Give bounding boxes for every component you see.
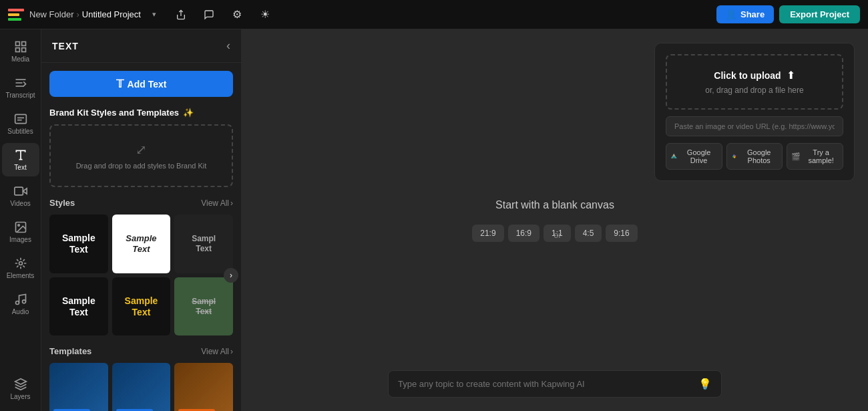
ai-prompt-input[interactable] [398,379,698,389]
view-all-styles[interactable]: View All › [201,198,233,208]
style-card-5[interactable]: ⋮ SampleText [112,277,171,336]
sidebar-item-subtitles[interactable]: Subtitles [2,107,39,140]
ratio-21-9[interactable]: 21:9 [472,225,503,242]
topbar-right: 👤 Share Export Project [716,5,860,23]
share-icon: 👤 [726,9,736,19]
layers-label: Layers [10,393,30,400]
style-card-6[interactable]: ⋮ SamplText [174,277,233,336]
media-icon [14,40,27,53]
panel-header: TEXT ‹ [41,29,241,63]
share-button[interactable]: 👤 Share [716,5,774,23]
brand-kit-drop-text: Drag and drop to add styles to Brand Kit [76,162,207,170]
logo [8,9,24,21]
share-upload-icon[interactable] [170,4,192,25]
template-card-1[interactable]: SUBSCRIBE ⋮ [49,363,108,411]
sidebar-item-media[interactable]: Media [2,35,39,68]
templates-section-header: Templates View All › [49,346,233,356]
upload-panel: Click to upload ⬆ or, drag and drop a fi… [654,43,855,181]
ai-lightbulb-icon[interactable]: 💡 [698,378,712,390]
ratio-16-9[interactable]: 16:9 [508,225,539,242]
style-card-3[interactable]: ⋮ SamplText [174,215,233,273]
images-icon [14,221,27,234]
text-panel: TEXT ‹ 𝕋 Add Text Brand Kit Styles and T… [41,29,242,411]
export-button[interactable]: Export Project [779,5,860,23]
upload-sub-text: or, drag and drop a file here [705,86,803,95]
svg-point-17 [15,301,19,305]
styles-title: Styles [49,198,75,208]
templates-title: Templates [49,346,91,356]
comments-icon[interactable] [198,4,220,25]
videos-label: Videos [10,200,30,207]
try-sample-button[interactable]: 🎬 Try a sample! [787,143,843,170]
style-card-4[interactable]: ⋮ SampleText [49,277,108,336]
svg-marker-12 [23,188,27,194]
topbar-left: New Folder › Untitled Project ▾ ⚙ ☀ [8,4,276,25]
project-dropdown-button[interactable]: ▾ [144,4,165,25]
google-photos-label: Google Photos [740,148,778,164]
subtitles-label: Subtitles [7,128,33,135]
add-text-label: Add Text [128,79,167,90]
panel-scroll: 𝕋 Add Text Brand Kit Styles and Template… [41,63,241,411]
panel-title: TEXT [52,41,79,51]
sidebar-item-elements[interactable]: Elements [2,251,39,285]
sidebar-icons: Media Transcript Subtitles Text Videos I… [0,29,41,411]
style-card-2[interactable]: ⋮ SampleText [112,215,171,273]
logo-icon [8,9,24,21]
blank-canvas-text: Start with a blank canvas [495,199,614,211]
main-content: Media Transcript Subtitles Text Videos I… [0,29,868,411]
style-card-1[interactable]: ⋮ SampleText [49,215,108,273]
view-all-templates[interactable]: View All › [201,347,233,356]
brand-kit-title: Brand Kit Styles and Templates [49,108,179,118]
transcript-icon [14,76,27,90]
project-name[interactable]: Untitled Project [82,9,141,19]
breadcrumb-folder[interactable]: New Folder [29,9,73,19]
try-sample-label: Try a sample! [803,148,839,164]
add-text-button[interactable]: 𝕋 Add Text [49,71,233,97]
breadcrumb-sep: › [76,9,79,19]
theme-icon[interactable]: ☀ [254,4,276,25]
svg-point-15 [17,225,19,227]
text-icon [14,148,27,162]
sidebar-item-layers[interactable]: Layers [2,372,39,406]
ratio-4-5[interactable]: 4:5 [575,225,602,242]
svg-rect-0 [15,42,19,46]
template-card-3[interactable]: SUBSCRIBE ⋮ [174,363,233,411]
svg-point-16 [19,262,22,265]
text-label: Text [14,164,26,171]
topbar-action-icons: ⚙ ☀ [170,4,276,25]
svg-rect-2 [15,48,19,52]
templates-grid: SUBSCRIBE ⋮ SUBSCRIBE ⋮ SUBSCRIBE ⋮ [49,363,233,411]
or-text: or [554,230,562,240]
google-drive-label: Google Drive [680,148,718,164]
google-photos-icon [731,152,737,160]
audio-label: Audio [12,308,29,315]
upload-icon: ⬆ [787,69,795,82]
svg-rect-13 [14,187,22,195]
ratio-9-16[interactable]: 9:16 [606,225,637,242]
ai-prompt-bar: 💡 [388,370,722,398]
sidebar-item-text[interactable]: Text [2,143,39,176]
url-input[interactable] [666,116,843,136]
subtitles-icon [14,112,27,126]
settings-icon[interactable]: ⚙ [226,4,248,25]
layers-icon [14,378,27,391]
add-text-icon: 𝕋 [116,78,124,90]
sidebar-item-audio[interactable]: Audio [2,287,39,321]
styles-next-arrow[interactable]: › [224,268,238,283]
brand-kit-drop-zone[interactable]: ⤢ Drag and drop to add styles to Brand K… [49,124,233,187]
sidebar-item-videos[interactable]: Videos [2,179,39,213]
google-photos-button[interactable]: Google Photos [726,143,783,170]
sidebar-item-images[interactable]: Images [2,215,39,249]
styles-grid: ⋮ SampleText ⋮ SampleText ⋮ SamplText ⋮ … [49,215,233,335]
google-drive-button[interactable]: Google Drive [666,143,722,170]
upload-main-text: Click to upload [714,70,781,81]
drag-drop-icon: ⤢ [136,142,147,158]
close-panel-button[interactable]: ‹ [226,39,230,53]
template-card-2[interactable]: SUBSCRIBE ⋮ [112,363,171,411]
elements-label: Elements [7,272,35,279]
svg-rect-3 [21,48,25,52]
audio-icon [14,293,27,306]
sidebar-item-transcript[interactable]: Transcript [2,71,39,104]
topbar: New Folder › Untitled Project ▾ ⚙ ☀ 👤 Sh… [0,0,868,29]
upload-drop-zone[interactable]: Click to upload ⬆ or, drag and drop a fi… [666,54,843,110]
